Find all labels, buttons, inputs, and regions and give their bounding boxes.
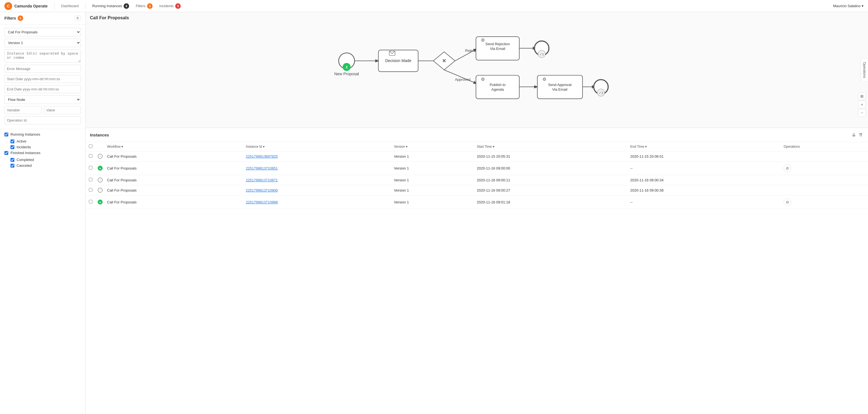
row-start-time: 2020-11-16 09:00:00	[473, 162, 627, 175]
canceled-checkbox-item[interactable]: Canceled	[10, 164, 81, 168]
row-instance-id[interactable]: 2251799813697825	[243, 151, 391, 162]
row-end-time: 2020-11-16 09:00:38	[627, 185, 780, 196]
workflow-header[interactable]: Workflow ▾	[104, 142, 243, 151]
operation-id-input[interactable]	[4, 116, 81, 124]
running-instances-checkbox[interactable]	[4, 133, 8, 136]
flow-node-select[interactable]: Flow Node	[4, 95, 81, 104]
user-chevron-icon: ▾	[862, 4, 864, 8]
collapse-table-button[interactable]: ⇊	[851, 131, 857, 139]
workflow-select[interactable]: Call For Proposals	[4, 28, 81, 36]
operations-tab[interactable]: Operations	[861, 58, 868, 81]
select-all-header	[86, 142, 97, 151]
row-workflow: Call For Proposals	[104, 162, 243, 175]
row-checkbox-cell	[86, 185, 97, 196]
fit-diagram-button[interactable]: ⊞	[858, 92, 866, 100]
instance-ids-input[interactable]	[4, 49, 81, 63]
row-checkbox[interactable]	[89, 166, 92, 170]
active-status-icon: ●	[98, 200, 103, 205]
row-status-cell: ✓	[97, 151, 104, 162]
zoom-in-button[interactable]: +	[858, 101, 866, 108]
row-instance-id[interactable]: 2251799813710988	[243, 196, 391, 209]
collapse-sidebar-button[interactable]: K	[75, 15, 81, 21]
end-time-header[interactable]: End Time ▾	[627, 142, 780, 151]
row-checkbox[interactable]	[89, 154, 92, 158]
incidents-checkbox-item[interactable]: Incidents	[10, 145, 81, 149]
row-checkbox[interactable]	[89, 200, 92, 203]
running-instances-badge: 4	[124, 3, 129, 9]
user-menu[interactable]: Mauricio Salatino ▾	[833, 4, 864, 8]
running-instances-checkbox-item[interactable]: Running Instances	[4, 132, 81, 136]
canceled-checkbox[interactable]	[10, 164, 14, 168]
svg-text:Publish to: Publish to	[490, 83, 505, 87]
row-status-cell: ●	[97, 162, 104, 175]
row-instance-id[interactable]: 2251799813710851	[243, 162, 391, 175]
row-instance-id[interactable]: 2251799813710900	[243, 185, 391, 196]
svg-text:✓1: ✓1	[539, 53, 544, 56]
row-workflow: Call For Proposals	[104, 196, 243, 209]
row-status-cell: ●	[97, 196, 104, 209]
instances-area: Instances ⇊ ⇈ Workflow ▾	[86, 128, 868, 414]
finished-instances-checkbox-item[interactable]: Finished Instances	[4, 151, 81, 155]
nav-incidents[interactable]: Incidents 0	[157, 2, 183, 10]
top-navigation: C Camunda Operate Dashboard Running Inst…	[0, 0, 868, 12]
row-workflow: Call For Proposals	[104, 185, 243, 196]
completed-checkbox[interactable]	[10, 158, 14, 162]
nav-dashboard[interactable]: Dashboard	[59, 3, 81, 9]
end-date-input[interactable]	[4, 85, 81, 93]
nav-running-instances[interactable]: Running Instances 4	[90, 2, 131, 10]
version-select[interactable]: Version 1	[4, 39, 81, 47]
row-operations: ⊘	[780, 196, 868, 209]
finished-instances-checkbox[interactable]	[4, 151, 8, 155]
sidebar-filters-badge: 5	[18, 15, 23, 21]
nav-filters[interactable]: Filters 5	[133, 2, 155, 10]
brand-icon: C	[4, 2, 12, 10]
start-time-header[interactable]: Start Time ▾	[473, 142, 627, 151]
row-status-cell: ✓	[97, 175, 104, 185]
error-message-input[interactable]	[4, 65, 81, 73]
row-status-cell: ✓	[97, 185, 104, 196]
completed-checkbox-item[interactable]: Completed	[10, 158, 81, 162]
cancel-instance-button[interactable]: ⊘	[783, 164, 791, 172]
completed-status-icon: ✓	[98, 177, 103, 182]
row-checkbox-cell	[86, 175, 97, 185]
completed-status-icon: ✓	[98, 154, 103, 159]
content-area: Call For Proposals 2 New Proposal	[86, 12, 868, 414]
value-input[interactable]	[44, 106, 81, 114]
instances-title: Instances	[90, 133, 109, 137]
row-workflow: Call For Proposals	[104, 151, 243, 162]
row-checkbox-cell	[86, 196, 97, 209]
active-checkbox[interactable]	[10, 139, 14, 143]
cancel-instance-button[interactable]: ⊘	[783, 198, 791, 206]
instance-id-header[interactable]: Instance Id ▾	[243, 142, 391, 151]
start-date-input[interactable]	[4, 75, 81, 83]
svg-text:⚙: ⚙	[542, 77, 546, 81]
row-instance-id[interactable]: 2251799813710871	[243, 175, 391, 185]
svg-text:Agenda: Agenda	[491, 88, 504, 92]
row-version: Version 1	[391, 151, 473, 162]
table-row: ● Call For Proposals 2251799813710851 Ve…	[86, 162, 868, 175]
select-all-checkbox[interactable]	[89, 144, 92, 148]
status-header	[97, 142, 104, 151]
diagram-controls: ⊞ + −	[858, 92, 866, 116]
incidents-badge: 0	[175, 3, 181, 9]
row-checkbox[interactable]	[89, 178, 92, 181]
incidents-checkbox[interactable]	[10, 145, 14, 149]
svg-text:New Proposal: New Proposal	[334, 72, 359, 76]
bpmn-canvas[interactable]: 2 New Proposal Decision Made ✕	[86, 12, 857, 128]
table-row: ✓ Call For Proposals 2251799813697825 Ve…	[86, 151, 868, 162]
filter-section: Call For Proposals Version 1 Flow Node	[0, 25, 85, 128]
table-row: ✓ Call For Proposals 2251799813710871 Ve…	[86, 175, 868, 185]
zoom-out-button[interactable]: −	[858, 109, 866, 116]
table-row: ● Call For Proposals 2251799813710988 Ve…	[86, 196, 868, 209]
row-version: Version 1	[391, 196, 473, 209]
version-header[interactable]: Version ▾	[391, 142, 473, 151]
row-version: Version 1	[391, 185, 473, 196]
completed-status-icon: ✓	[98, 188, 103, 193]
expand-table-button[interactable]: ⇈	[858, 131, 864, 139]
row-start-time: 2020-11-16 09:00:27	[473, 185, 627, 196]
row-checkbox[interactable]	[89, 188, 92, 192]
active-checkbox-item[interactable]: Active	[10, 139, 81, 143]
row-checkbox-cell	[86, 162, 97, 175]
variable-input[interactable]	[4, 106, 42, 114]
finished-instances-children: Completed Canceled	[4, 158, 81, 168]
